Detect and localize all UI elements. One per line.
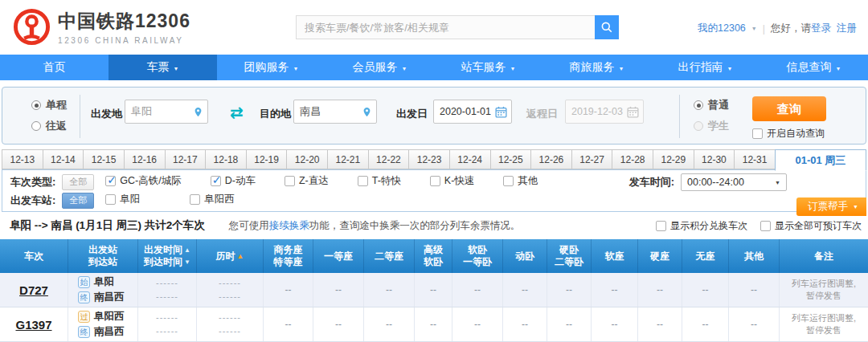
- booking-helper-button[interactable]: 订票帮手 ▼: [796, 197, 866, 216]
- times-cell: ------------: [138, 307, 197, 341]
- to-field[interactable]: 南昌: [293, 100, 377, 124]
- train-type-checkbox[interactable]: T-特快: [358, 174, 401, 188]
- nav-item[interactable]: 出行指南▼: [651, 55, 760, 80]
- column-header[interactable]: 硬座: [638, 239, 682, 273]
- column-header[interactable]: 出发时间▲到达时间▼: [138, 239, 197, 273]
- date-tab[interactable]: 12-15: [83, 149, 125, 169]
- date-tab[interactable]: 12-30: [694, 149, 735, 169]
- train-type-checkbox[interactable]: GC-高铁/城际: [105, 174, 181, 188]
- date-tab-selected[interactable]: 01-01 周三: [775, 149, 866, 171]
- date-tab[interactable]: 12-21: [327, 149, 369, 169]
- column-header[interactable]: 商务座特等座: [264, 239, 313, 273]
- remark-cell: 列车运行图调整,暂停发售: [780, 307, 868, 341]
- seat-cell: --: [682, 307, 729, 341]
- swap-stations-icon[interactable]: ⇄: [230, 104, 244, 120]
- display-toggle-checkbox[interactable]: 显示全部可预订车次: [760, 219, 862, 233]
- nav-item[interactable]: 商旅服务▼: [542, 55, 651, 80]
- column-header[interactable]: 出发站到达站: [68, 239, 138, 273]
- column-header[interactable]: 其他: [729, 239, 780, 273]
- transfer-link[interactable]: 接续换乘: [269, 220, 309, 231]
- column-header[interactable]: 车次: [0, 239, 68, 273]
- calendar-icon[interactable]: [495, 106, 507, 118]
- depart-time-select[interactable]: 00:00--24:00 ▼: [681, 173, 787, 191]
- date-tab[interactable]: 12-24: [449, 149, 491, 169]
- column-header[interactable]: 二等座: [364, 239, 415, 273]
- column-header[interactable]: 一等座: [313, 239, 364, 273]
- station-all-button[interactable]: 全部: [62, 193, 94, 209]
- train-type-checkbox[interactable]: K-快速: [430, 174, 475, 188]
- transfer-notice: 您可使用接续换乘功能，查询途中换乘一次的部分列车余票情况。: [229, 219, 521, 233]
- depart-time-value: 00:00--24:00: [687, 177, 744, 188]
- column-header[interactable]: 高级软卧: [415, 239, 452, 273]
- search-button[interactable]: [595, 15, 619, 39]
- date-tab[interactable]: 12-23: [408, 149, 450, 169]
- station-name: 南昌西: [94, 291, 125, 304]
- header-line: 动卧: [515, 250, 534, 263]
- column-header[interactable]: 历时▲: [197, 239, 264, 273]
- nav-item[interactable]: 站车服务▼: [434, 55, 542, 80]
- date-tab[interactable]: 12-19: [246, 149, 288, 169]
- train-number-link[interactable]: D727: [19, 283, 48, 297]
- date-tab[interactable]: 12-18: [205, 149, 247, 169]
- depart-date-field[interactable]: 2020-01-01: [433, 100, 512, 124]
- auto-query-checkbox[interactable]: 开启自动查询: [752, 127, 825, 140]
- round-trip-radio[interactable]: 往返: [31, 119, 67, 133]
- search-input[interactable]: [296, 15, 595, 39]
- login-link[interactable]: 登录: [811, 22, 831, 34]
- date-tab[interactable]: 12-25: [490, 149, 532, 169]
- sort-arrow-icon[interactable]: ▲: [237, 250, 244, 263]
- sort-arrow-icon[interactable]: ▲: [184, 244, 190, 256]
- nav-item[interactable]: 车票▼: [108, 55, 217, 80]
- register-link[interactable]: 注册: [837, 22, 857, 35]
- date-tab[interactable]: 12-31: [734, 149, 776, 169]
- seat-availability: --: [430, 319, 436, 330]
- column-header[interactable]: 备注: [780, 239, 868, 273]
- nav-item[interactable]: 团购服务▼: [217, 55, 326, 80]
- train-type-checkbox[interactable]: 其他: [503, 174, 538, 188]
- logo[interactable]: 中国铁路12306 12306 CHINA RAILWAY: [13, 8, 190, 46]
- chevron-down-icon: ▼: [727, 66, 733, 71]
- train-number-link[interactable]: G1397: [15, 318, 51, 332]
- column-header[interactable]: 动卧: [503, 239, 547, 273]
- checkbox-icon: [211, 176, 221, 186]
- chevron-down-icon: ▼: [174, 66, 179, 71]
- column-header[interactable]: 软卧一等卧: [452, 239, 503, 273]
- date-tab[interactable]: 12-22: [368, 149, 410, 169]
- nav-item[interactable]: 会员服务▼: [326, 55, 434, 80]
- date-tab[interactable]: 12-27: [571, 149, 613, 169]
- display-toggle-checkbox[interactable]: 显示积分兑换车次: [656, 219, 747, 233]
- train-type-all-button[interactable]: 全部: [62, 174, 94, 190]
- nav-item[interactable]: 信息查询▼: [760, 55, 868, 80]
- date-tab[interactable]: 12-14: [43, 149, 84, 169]
- my-12306-link[interactable]: 我的12306: [698, 22, 746, 35]
- depart-station-label: 出发车站:: [10, 193, 55, 208]
- checkbox-label: 阜阳: [120, 193, 140, 206]
- date-tab[interactable]: 12-16: [124, 149, 166, 169]
- date-tab[interactable]: 12-20: [286, 149, 328, 169]
- header-text: 其他: [744, 250, 764, 263]
- normal-ticket-radio[interactable]: 普通: [694, 98, 729, 112]
- query-button[interactable]: 查询: [752, 96, 826, 121]
- seat-cell: --: [592, 307, 638, 341]
- date-tab[interactable]: 12-29: [653, 149, 694, 169]
- nav-item[interactable]: 首页: [0, 55, 108, 80]
- one-way-radio[interactable]: 单程: [31, 98, 67, 112]
- seat-cell: --: [503, 273, 547, 307]
- depart-station-checkbox[interactable]: 阜阳: [105, 193, 140, 206]
- from-field[interactable]: 阜阳: [125, 100, 208, 124]
- depart-station-checkbox[interactable]: 阜阳西: [190, 193, 235, 206]
- duration-cell: ------------: [197, 307, 264, 341]
- train-type-checkbox[interactable]: D-动车: [211, 174, 256, 188]
- date-tab[interactable]: 12-28: [612, 149, 653, 169]
- column-header[interactable]: 无座: [682, 239, 729, 273]
- date-tab[interactable]: 12-13: [2, 149, 43, 169]
- date-tab[interactable]: 12-26: [530, 149, 572, 169]
- seat-cell: --: [364, 307, 415, 341]
- column-header[interactable]: 软座: [592, 239, 638, 273]
- sort-arrow-icon[interactable]: ▼: [184, 256, 190, 268]
- header-line: 硬座: [650, 250, 669, 263]
- station-checkboxes: 阜阳阜阳西: [105, 193, 285, 208]
- date-tab[interactable]: 12-17: [165, 149, 207, 169]
- train-type-checkbox[interactable]: Z-直达: [285, 174, 329, 188]
- column-header[interactable]: 硬卧二等卧: [547, 239, 592, 273]
